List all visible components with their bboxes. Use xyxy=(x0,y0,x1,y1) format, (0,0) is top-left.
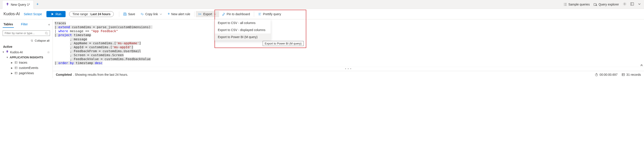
table-icon xyxy=(622,73,625,76)
caret-down-icon: ▼ xyxy=(2,51,4,53)
status-detail: . Showing results from the last 24 hours… xyxy=(73,73,128,76)
tab-bar: New Query 1* + Sample queries Query expl… xyxy=(0,0,644,9)
tree-root[interactable]: ▼ Kudos-AI ☆ xyxy=(2,49,50,55)
export-tooltip: Export to Power BI (M query) xyxy=(263,41,304,46)
stopwatch-icon xyxy=(595,73,598,76)
status-completed: Completed xyxy=(56,73,72,76)
list-icon xyxy=(564,3,567,6)
editor-area: traces | extend customdims = parse_json(… xyxy=(53,20,644,78)
run-button[interactable]: Run xyxy=(46,11,66,17)
export-menu-item[interactable]: Export to CSV - displayed columns xyxy=(215,26,271,34)
query-explorer-button[interactable]: Query explorer xyxy=(594,3,619,6)
lightbulb-icon xyxy=(6,50,9,54)
gear-icon xyxy=(623,2,626,6)
status-records: 31 records xyxy=(622,73,641,76)
new-alert-button[interactable]: + New alert rule xyxy=(165,10,193,18)
sample-queries-button[interactable]: Sample queries xyxy=(564,3,590,6)
tree-group[interactable]: ▼ APPLICATION INSIGHTS xyxy=(2,55,50,60)
tab-label: New Query 1* xyxy=(11,3,30,6)
save-button[interactable]: Save xyxy=(120,11,138,17)
caret-right-icon: ▶ xyxy=(11,72,13,74)
chevron-down-icon xyxy=(214,12,216,16)
folder-search-icon xyxy=(594,3,597,6)
export-menu-item[interactable]: Export to CSV - all columns xyxy=(215,20,271,26)
new-tab-button[interactable]: + xyxy=(36,2,39,6)
sidebar: Tables Filter « Collapse all Active ▼ Ku… xyxy=(0,20,53,78)
favorite-icon[interactable]: ☆ xyxy=(47,50,50,54)
svg-rect-18 xyxy=(622,74,625,76)
svg-rect-4 xyxy=(630,3,634,5)
table-icon xyxy=(14,61,18,64)
svg-point-3 xyxy=(624,4,625,4)
sidebar-section-active: Active xyxy=(0,43,52,49)
status-bar: Completed . Showing results from the las… xyxy=(53,71,644,78)
chevron-down-icon[interactable] xyxy=(638,2,641,6)
svg-rect-11 xyxy=(15,67,18,69)
drag-handle[interactable]: • • • xyxy=(53,67,644,71)
pin-icon xyxy=(222,12,225,16)
separator xyxy=(194,12,194,17)
table-icon xyxy=(14,72,18,75)
svg-point-6 xyxy=(45,32,47,34)
filter-input-wrapper xyxy=(3,30,50,36)
export-icon xyxy=(198,12,202,16)
save-icon xyxy=(123,12,127,16)
sidebar-tabs: Tables Filter « xyxy=(0,20,52,28)
svg-rect-14 xyxy=(15,72,18,74)
tree-item[interactable]: ▶traces xyxy=(2,60,50,65)
tree-item[interactable]: ▶pageViews xyxy=(2,70,50,76)
caret-down-icon: ▼ xyxy=(6,56,8,58)
panel-icon xyxy=(630,2,634,6)
settings-button[interactable] xyxy=(623,2,626,6)
sidebar-tree: ▼ Kudos-AI ☆ ▼ APPLICATION INSIGHTS ▶tra… xyxy=(0,49,52,76)
code-editor[interactable]: traces | extend customdims = parse_json(… xyxy=(53,20,644,67)
collapse-all-button[interactable]: Collapse all xyxy=(0,38,52,43)
separator xyxy=(119,12,119,17)
search-icon xyxy=(45,32,48,35)
tab-filter[interactable]: Filter xyxy=(20,21,28,28)
main: Tables Filter « Collapse all Active ▼ Ku… xyxy=(0,20,644,78)
scroll-up-button[interactable] xyxy=(640,64,643,67)
status-time: 00:00:00.697 xyxy=(595,73,618,76)
lightbulb-icon xyxy=(6,3,9,6)
caret-right-icon: ▶ xyxy=(11,67,13,69)
svg-rect-8 xyxy=(15,62,18,64)
collapse-sidebar-button[interactable]: « xyxy=(48,23,50,26)
export-menu-item[interactable]: Export to Power BI (M query) xyxy=(215,34,271,40)
query-tab[interactable]: New Query 1* xyxy=(2,0,34,9)
plus-icon: + xyxy=(168,12,170,16)
toolbar: Kudos-AI Select Scope Run Time range : L… xyxy=(0,9,644,20)
top-right-actions: Sample queries Query explorer xyxy=(564,2,644,6)
svg-line-2 xyxy=(597,6,597,6)
play-icon xyxy=(51,12,54,16)
copy-link-button[interactable]: Copy link xyxy=(138,11,165,17)
tab-tables[interactable]: Tables xyxy=(3,21,14,28)
link-icon xyxy=(140,12,144,16)
svg-line-7 xyxy=(47,34,48,34)
filter-input[interactable] xyxy=(4,32,45,35)
prettify-button[interactable]: Prettify query xyxy=(256,11,284,17)
time-range-pill[interactable]: Time range : Last 24 hours xyxy=(69,11,114,17)
prettify-icon xyxy=(258,12,262,16)
chevron-down-icon xyxy=(159,12,162,16)
collapse-icon xyxy=(30,39,34,42)
export-button[interactable]: Export xyxy=(196,11,219,17)
export-menu: Export to CSV - all columnsExport to CSV… xyxy=(215,20,271,40)
select-scope-link[interactable]: Select Scope xyxy=(24,12,42,16)
panel-layout-button[interactable] xyxy=(630,2,634,6)
tree-item[interactable]: ▶customEvents xyxy=(2,65,50,70)
scope-name: Kudos-AI xyxy=(4,12,20,16)
caret-right-icon: ▶ xyxy=(11,62,13,64)
pin-button[interactable]: Pin to dashboard xyxy=(219,11,252,17)
table-icon xyxy=(14,66,18,69)
